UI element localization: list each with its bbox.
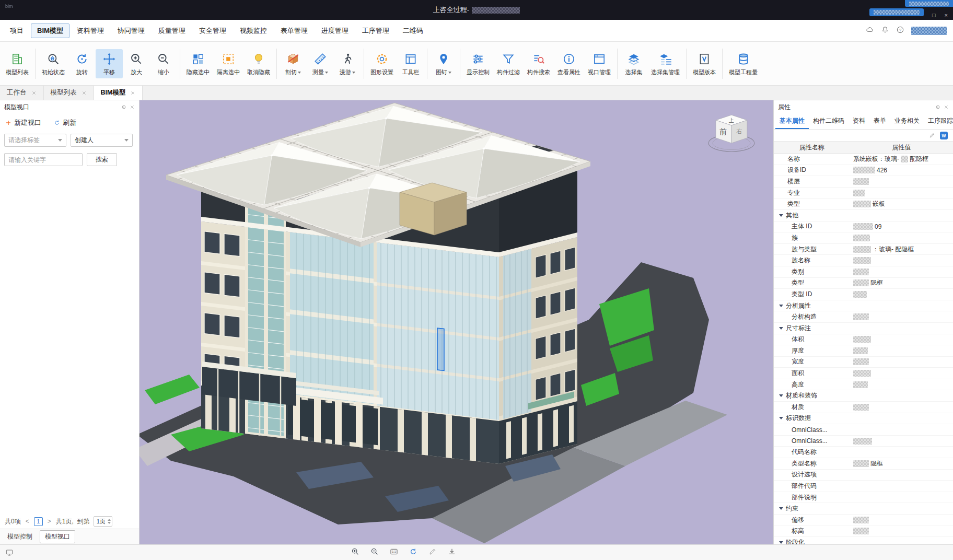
user-avatar[interactable] (911, 27, 947, 35)
toolbar-component-search[interactable]: 构件搜索 (524, 49, 554, 78)
property-group[interactable]: 材质和装饰 (774, 390, 953, 402)
toolbar-section[interactable]: 剖切 (280, 49, 307, 78)
corner-badge-secondary[interactable] (869, 8, 924, 16)
download-button[interactable] (448, 547, 456, 558)
property-group[interactable]: 尺寸标注 (774, 323, 953, 334)
reset-view-button[interactable] (409, 547, 417, 558)
properties-tab-基本属性[interactable]: 基本属性 (775, 114, 809, 129)
toolbar-isolate-selected[interactable]: 隔离选中 (213, 49, 243, 78)
collapse-triangle-icon[interactable] (779, 507, 783, 510)
toolbar-measure[interactable]: 测量 (307, 49, 334, 78)
toolbar-selection-set[interactable]: 选择集 (620, 49, 647, 78)
toolbar-model-quantity[interactable]: 模型工程量 (725, 49, 761, 78)
navigation-cube[interactable]: 上 前 右 (704, 109, 759, 161)
bim-3d-viewport[interactable]: 上 前 右 (140, 100, 773, 544)
toolbar-model-version[interactable]: 模型版本 (689, 49, 719, 78)
search-button[interactable]: 搜索 (87, 153, 117, 166)
toolbar-zoom-in[interactable]: 放大 (123, 49, 150, 78)
goto-page-input[interactable]: 1页 (94, 516, 112, 527)
doc-tab-工作台[interactable]: 工作台 (0, 86, 44, 100)
actual-size-button[interactable]: 1:1 (390, 547, 398, 558)
properties-tab-业务相关[interactable]: 业务相关 (890, 114, 924, 129)
menu-item-协同管理[interactable]: 协同管理 (111, 24, 151, 38)
property-row: 设计选项 (774, 470, 953, 481)
property-group[interactable]: 标识数据 (774, 413, 953, 425)
dropdown-caret-icon (325, 72, 328, 74)
panel-close-icon[interactable] (130, 104, 135, 110)
help-icon[interactable]: ? (896, 26, 904, 36)
menu-item-视频监控[interactable]: 视频监控 (234, 24, 273, 38)
toolbar-hide-selected[interactable]: 隐藏选中 (183, 49, 213, 78)
cloud-icon[interactable] (866, 26, 874, 36)
panel-close-icon[interactable] (944, 104, 949, 110)
panel-tab-模型视口[interactable]: 模型视口 (40, 530, 75, 543)
toolbar-rotate[interactable]: 旋转 (68, 49, 96, 78)
panel-float-icon[interactable] (935, 104, 940, 110)
menu-item-质量管理[interactable]: 质量管理 (152, 24, 192, 38)
new-viewport-button[interactable]: 新建视口 (5, 118, 41, 127)
collapse-triangle-icon[interactable] (779, 305, 783, 307)
toolbar-tool-palette[interactable]: 工具栏 (397, 49, 424, 78)
zoom-in-button[interactable] (351, 547, 359, 558)
doc-tab-模型列表[interactable]: 模型列表 (44, 86, 94, 100)
property-row: 宽度 (774, 357, 953, 368)
property-group[interactable]: 分析属性 (774, 300, 953, 312)
properties-tab-资料[interactable]: 资料 (849, 114, 869, 129)
collapse-triangle-icon[interactable] (779, 214, 783, 217)
tag-filter-select[interactable]: 请选择标签 (4, 134, 66, 147)
next-page-button[interactable]: > (47, 518, 52, 525)
search-input[interactable] (4, 153, 83, 166)
refresh-viewport-button[interactable]: 刷新 (54, 118, 76, 127)
annotate-button[interactable] (428, 547, 437, 558)
menu-item-项目[interactable]: 项目 (4, 24, 30, 38)
toolbar-viewport-manage[interactable]: 视口管理 (584, 49, 614, 78)
menu-item-安全管理[interactable]: 安全管理 (193, 24, 233, 38)
property-group[interactable]: 阶段化 (774, 537, 953, 544)
menu-item-BIM模型[interactable]: BIM模型 (31, 24, 69, 38)
collapse-triangle-icon[interactable] (779, 394, 783, 397)
toolbar-zoom-out[interactable]: 缩小 (150, 49, 177, 78)
property-group[interactable]: 约束 (774, 503, 953, 515)
close-button[interactable]: × (945, 13, 948, 18)
toolbar-pin[interactable]: 图钉 (430, 49, 457, 78)
menu-item-资料管理[interactable]: 资料管理 (71, 24, 110, 38)
monitor-icon[interactable] (5, 549, 14, 557)
toolbar-initial-state[interactable]: 初始状态 (38, 49, 68, 78)
page-stepper[interactable] (108, 519, 111, 524)
bim-3d-model[interactable] (140, 100, 773, 544)
properties-tab-表单[interactable]: 表单 (869, 114, 890, 129)
zoom-out-button[interactable] (370, 547, 379, 558)
toolbar-view-properties[interactable]: 查看属性 (554, 49, 584, 78)
current-page[interactable]: 1 (34, 517, 43, 526)
property-group[interactable]: 其他 (774, 210, 953, 221)
prev-page-button[interactable]: < (25, 518, 30, 525)
menu-item-进度管理[interactable]: 进度管理 (315, 24, 355, 38)
collapse-triangle-icon[interactable] (779, 417, 783, 419)
properties-tab-构件二维码[interactable]: 构件二维码 (809, 114, 849, 129)
toolbar-graphics-settings[interactable]: 图形设置 (367, 49, 397, 78)
collapse-triangle-icon[interactable] (779, 541, 783, 544)
creator-filter-select[interactable]: 创建人 (71, 134, 133, 147)
panel-float-icon[interactable] (121, 104, 126, 110)
menu-item-表单管理[interactable]: 表单管理 (274, 24, 314, 38)
properties-tab-工序跟踪[interactable]: 工序跟踪 (924, 114, 953, 129)
toolbar-component-filter[interactable]: 构件过滤 (493, 49, 524, 78)
menu-item-工序管理[interactable]: 工序管理 (356, 24, 396, 38)
maximize-button[interactable]: □ (932, 13, 936, 18)
toolbar-walkthrough[interactable]: 漫游 (334, 49, 361, 78)
collapse-triangle-icon[interactable] (779, 327, 783, 330)
corner-badge-top[interactable] (905, 0, 953, 7)
doc-tab-BIM模型[interactable]: BIM模型 (94, 86, 143, 100)
toolbar-pan[interactable]: 平移 (96, 49, 123, 78)
selected-glass-panel[interactable] (437, 328, 444, 371)
w-doc-badge[interactable]: w (940, 132, 948, 139)
toolbar-model-list[interactable]: 模型列表 (2, 49, 32, 78)
toolbar-selection-set-manage[interactable]: 选择集管理 (647, 49, 683, 78)
toolbar-unhide[interactable]: 取消隐藏 (243, 49, 274, 78)
toolbar-display-control[interactable]: 显示控制 (463, 49, 493, 78)
edit-properties-icon[interactable] (929, 132, 935, 138)
component-search-icon (532, 52, 545, 66)
menu-item-二维码[interactable]: 二维码 (397, 24, 429, 38)
bell-icon[interactable] (881, 26, 889, 36)
panel-tab-模型控制[interactable]: 模型控制 (2, 530, 38, 543)
